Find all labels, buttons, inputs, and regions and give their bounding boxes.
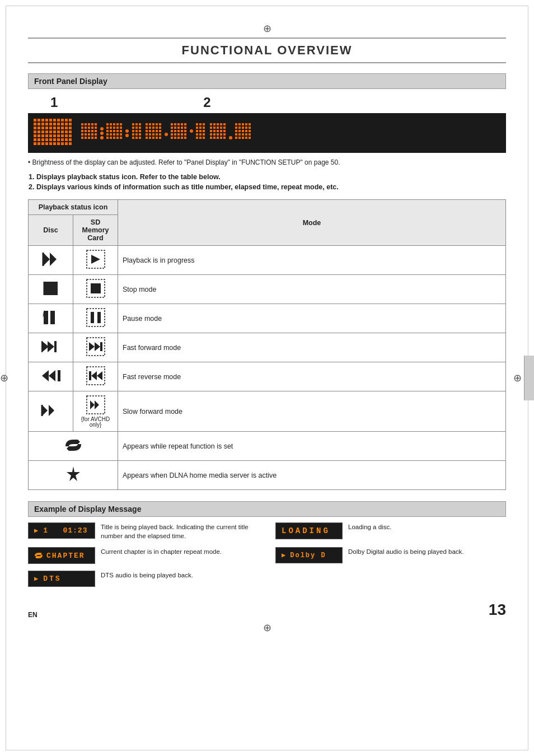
svg-rect-154 <box>152 130 154 132</box>
svg-rect-103 <box>116 123 119 125</box>
svg-rect-187 <box>184 133 186 136</box>
svg-rect-180 <box>177 130 180 132</box>
svg-rect-178 <box>171 130 173 132</box>
svg-point-193 <box>190 129 193 133</box>
svg-rect-57 <box>57 138 60 141</box>
svg-rect-66 <box>53 142 56 145</box>
svg-rect-200 <box>196 130 198 132</box>
icon-disc-rev <box>29 362 73 391</box>
svg-marker-290 <box>91 371 97 380</box>
svg-rect-115 <box>106 133 109 136</box>
svg-rect-194 <box>196 123 198 125</box>
svg-rect-145 <box>156 123 158 125</box>
svg-rect-255 <box>235 137 237 139</box>
svg-rect-111 <box>110 130 112 132</box>
icon-sd-rev <box>73 362 118 391</box>
svg-rect-34 <box>45 130 48 133</box>
svg-rect-202 <box>203 130 205 132</box>
svg-marker-261 <box>50 253 57 266</box>
svg-rect-75 <box>91 123 93 125</box>
table-row: Stop mode <box>29 275 506 304</box>
svg-rect-170 <box>177 123 180 125</box>
display-box-loading: LOADING <box>275 522 343 539</box>
svg-rect-82 <box>81 130 83 132</box>
svg-rect-25 <box>49 127 52 129</box>
example-desc-1: Title is being played back. Indicating t… <box>101 522 259 540</box>
svg-rect-131 <box>135 127 138 129</box>
page-number: 13 <box>489 601 506 619</box>
svg-rect-4 <box>45 119 48 122</box>
svg-rect-85 <box>91 130 93 132</box>
svg-rect-13 <box>41 123 44 125</box>
svg-rect-3 <box>41 119 44 122</box>
svg-rect-116 <box>110 133 112 136</box>
svg-rect-239 <box>249 123 251 125</box>
svg-rect-233 <box>223 137 226 139</box>
playback-status-table: Playback status icon Mode Disc SD Memory… <box>28 199 506 490</box>
svg-rect-175 <box>177 127 180 129</box>
svg-point-167 <box>165 133 168 136</box>
svg-rect-265 <box>44 282 58 295</box>
svg-rect-94 <box>88 137 90 139</box>
svg-rect-69 <box>65 142 68 145</box>
page-title: FUNCTIONAL OVERVIEW <box>28 38 506 63</box>
svg-rect-124 <box>120 137 122 139</box>
svg-rect-205 <box>203 133 205 136</box>
svg-rect-52 <box>38 138 40 141</box>
svg-rect-11 <box>34 123 36 125</box>
svg-rect-242 <box>242 127 244 129</box>
svg-rect-9 <box>65 119 68 122</box>
led-grid-1 <box>32 118 73 147</box>
icon-disc-ff <box>29 333 73 362</box>
svg-marker-298 <box>67 466 80 481</box>
svg-rect-74 <box>88 123 90 125</box>
svg-point-97 <box>100 127 104 130</box>
svg-rect-155 <box>156 130 158 132</box>
svg-rect-134 <box>135 130 138 132</box>
table-row: i i Pause mode <box>29 304 506 333</box>
svg-rect-29 <box>65 127 68 129</box>
svg-rect-259 <box>249 137 251 139</box>
svg-rect-156 <box>159 130 161 132</box>
display-chapter-text: CHAPTER <box>46 552 85 560</box>
svg-rect-121 <box>110 137 112 139</box>
play-arrow-dts: ▶ <box>34 575 40 583</box>
svg-rect-50 <box>69 134 72 137</box>
svg-rect-102 <box>113 123 115 125</box>
svg-rect-6 <box>53 119 56 122</box>
svg-rect-216 <box>217 127 219 129</box>
svg-rect-244 <box>249 127 251 129</box>
svg-rect-258 <box>245 137 247 139</box>
svg-rect-245 <box>235 130 237 132</box>
mode-playback: Playback is in progress <box>118 246 506 275</box>
svg-rect-15 <box>49 123 52 125</box>
svg-rect-109 <box>120 127 122 129</box>
repeat-icon-small <box>34 551 43 560</box>
svg-rect-146 <box>159 123 161 125</box>
svg-rect-196 <box>203 123 205 125</box>
svg-rect-108 <box>116 127 119 129</box>
svg-rect-119 <box>120 133 122 136</box>
svg-rect-243 <box>245 127 247 129</box>
svg-rect-120 <box>106 137 109 139</box>
svg-rect-273 <box>87 309 105 326</box>
svg-rect-223 <box>223 130 226 132</box>
svg-rect-35 <box>49 130 52 133</box>
svg-rect-53 <box>41 138 44 141</box>
example-item-2: LOADING Loading a disc. <box>275 522 506 540</box>
svg-rect-46 <box>53 134 56 137</box>
svg-point-125 <box>125 129 129 133</box>
svg-rect-37 <box>57 130 60 133</box>
svg-rect-43 <box>41 134 44 137</box>
svg-rect-248 <box>245 130 247 132</box>
mode-slow: Slow forward mode <box>118 391 506 432</box>
svg-rect-118 <box>116 133 119 136</box>
svg-rect-92 <box>81 137 83 139</box>
svg-rect-140 <box>135 137 138 139</box>
panel-label-1: 1 <box>50 95 58 110</box>
svg-rect-256 <box>238 137 241 139</box>
svg-rect-78 <box>85 127 87 129</box>
icon-repeat <box>29 432 118 461</box>
svg-rect-236 <box>238 123 241 125</box>
numbered-item-1: Displays playback status icon. Refer to … <box>36 173 506 181</box>
